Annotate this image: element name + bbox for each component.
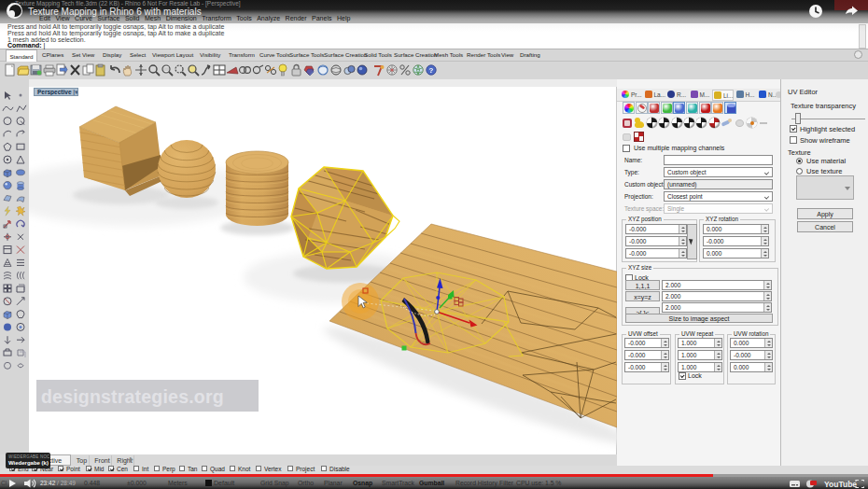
svg-text:designstrategies.org: designstrategies.org [41, 386, 224, 407]
svg-text:?: ? [429, 66, 434, 75]
svg-text:YouTube: YouTube [824, 479, 857, 488]
